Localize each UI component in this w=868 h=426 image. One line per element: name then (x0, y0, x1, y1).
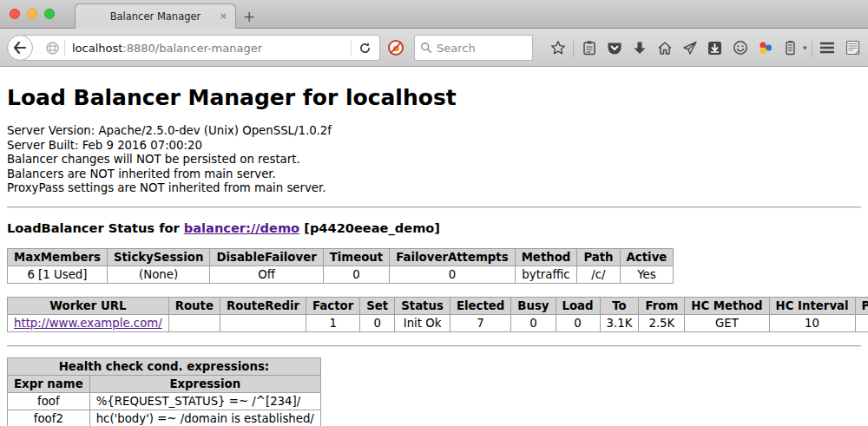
col-hc-interval: HC Interval (769, 297, 855, 314)
table-header-row: MaxMembers StickySession DisableFailover… (8, 248, 674, 265)
cell-to: 3.1K (600, 314, 639, 331)
col-load: Load (556, 297, 600, 314)
chat-smiley-icon[interactable] (733, 40, 748, 56)
cell-load: 0 (556, 314, 600, 331)
page-snippet-icon[interactable] (845, 40, 860, 56)
browser-toolbar: localhost:8880/balancer-manager (0, 29, 868, 67)
globe-icon (46, 42, 59, 55)
table-row: 6 [1 Used] (None) Off 0 0 bytraffic /c/ … (8, 265, 674, 283)
col-set: Set (360, 297, 395, 314)
cell-maxmembers: 6 [1 Used] (8, 265, 108, 283)
back-arrow-icon (13, 42, 27, 54)
cell-expr-name: foof (8, 392, 90, 410)
browser-tab[interactable]: Balancer Manager × (75, 3, 236, 29)
menu-hamburger-icon[interactable] (819, 42, 835, 54)
col-factor: Factor (306, 297, 360, 314)
cell-from: 2.5K (639, 314, 685, 331)
cell-path: /c/ (577, 265, 620, 283)
col-path: Path (577, 248, 620, 265)
worker-table: Worker URL Route RouteRedir Factor Set S… (7, 297, 868, 332)
cell-timeout: 0 (323, 265, 389, 283)
health-check-table: Health check cond. expressions: Expr nam… (7, 357, 321, 426)
server-info: Server Version: Apache/2.5.0-dev (Unix) … (7, 124, 861, 196)
extension-download-icon[interactable] (707, 41, 723, 56)
url-bar[interactable]: localhost:8880/balancer-manager (21, 35, 380, 61)
color-dots-icon[interactable] (758, 40, 773, 56)
zoom-window-button[interactable] (44, 9, 55, 19)
col-expr-name: Expr name (8, 375, 90, 392)
col-stickysession: StickySession (107, 248, 209, 265)
toolbar-separator (573, 39, 574, 56)
cell-elected: 7 (450, 314, 510, 331)
divider (7, 345, 861, 347)
pocket-icon[interactable] (607, 41, 622, 56)
cell-passes: 1 (0) (855, 314, 868, 331)
clipboard-icon[interactable] (582, 40, 597, 56)
cell-expr-name: foof2 (8, 410, 90, 426)
toolbar-separator (812, 39, 812, 56)
cell-set: 0 (360, 314, 395, 331)
worker-url-link[interactable]: http://www.example.com/ (14, 317, 162, 330)
col-elected: Elected (450, 297, 510, 314)
reload-icon[interactable] (358, 42, 372, 55)
table-title-row: Health check cond. expressions: (8, 357, 321, 375)
col-timeout: Timeout (323, 248, 389, 265)
window-titlebar: Balancer Manager × + (0, 0, 868, 29)
send-plane-icon[interactable] (682, 41, 698, 56)
col-route: Route (168, 297, 220, 314)
cell-stickysession: (None) (107, 265, 209, 283)
cell-failoverattempts: 0 (390, 265, 515, 283)
page-content: Load Balancer Manager for localhost Serv… (0, 85, 868, 426)
new-tab-button[interactable]: + (243, 8, 255, 25)
table-row: foof %{REQUEST_STATUS} =~ /^[234]/ (8, 392, 321, 410)
col-busy: Busy (511, 297, 556, 314)
search-bar[interactable] (414, 35, 533, 61)
cell-method: bytraffic (515, 265, 577, 283)
downloads-icon[interactable] (632, 41, 648, 56)
col-disablefailover: DisableFailover (210, 248, 323, 265)
back-button[interactable] (7, 35, 33, 61)
cell-busy: 0 (511, 314, 556, 331)
minimize-window-button[interactable] (27, 9, 37, 19)
health-table-title: Health check cond. expressions: (8, 357, 321, 375)
url-path: :8880/balancer-manager (122, 42, 262, 55)
col-routeredir: RouteRedir (220, 297, 306, 314)
table-header-row: Worker URL Route RouteRedir Factor Set S… (8, 297, 868, 314)
toolbar-icon-row: ▾ (545, 29, 865, 67)
balancer-demo-link[interactable]: balancer://demo (184, 220, 299, 235)
reload-separator (351, 40, 352, 56)
battery-list-icon[interactable] (783, 40, 799, 56)
table-row: foof2 hc('body') =~ /domain is establish… (8, 410, 321, 426)
server-built-line: Server Built: Feb 9 2016 07:00:20 (7, 139, 861, 154)
inherit-note-line: Balancers are NOT inherited from main se… (7, 167, 861, 182)
col-from: From (639, 297, 685, 314)
cell-hc-method: GET (685, 314, 769, 331)
col-status: Status (395, 297, 450, 314)
page-title: Load Balancer Manager for localhost (7, 85, 861, 110)
cell-expression: hc('body') =~ /domain is established/ (89, 410, 320, 426)
cell-status: Init Ok (395, 314, 450, 331)
col-failoverattempts: FailoverAttempts (390, 248, 515, 265)
close-window-button[interactable] (10, 9, 20, 19)
search-input[interactable] (437, 42, 523, 55)
balancer-settings-table: MaxMembers StickySession DisableFailover… (7, 248, 674, 284)
chevron-down-icon[interactable]: ▾ (803, 43, 807, 52)
persist-note-line: Balancer changes will NOT be persisted o… (7, 153, 861, 167)
worker-row: http://www.example.com/ 1 0 Init Ok 7 0 … (8, 314, 868, 331)
cell-factor: 1 (306, 314, 360, 331)
plugin-blocked-icon[interactable] (388, 40, 404, 56)
col-to: To (600, 297, 639, 314)
search-icon (420, 42, 432, 54)
divider (7, 206, 861, 208)
bookmark-star-icon[interactable] (550, 40, 566, 56)
window-controls (10, 9, 55, 19)
tab-close-icon[interactable]: × (220, 11, 227, 21)
url-text[interactable]: localhost:8880/balancer-manager (72, 42, 351, 55)
tab-title: Balancer Manager (110, 10, 201, 23)
cell-routeredir (220, 314, 306, 331)
col-worker-url: Worker URL (8, 297, 169, 314)
col-expression: Expression (89, 375, 320, 392)
balancer-status-heading: LoadBalancer Status for balancer://demo … (7, 220, 861, 235)
home-icon[interactable] (657, 41, 673, 56)
col-passes: Passes (855, 297, 868, 314)
